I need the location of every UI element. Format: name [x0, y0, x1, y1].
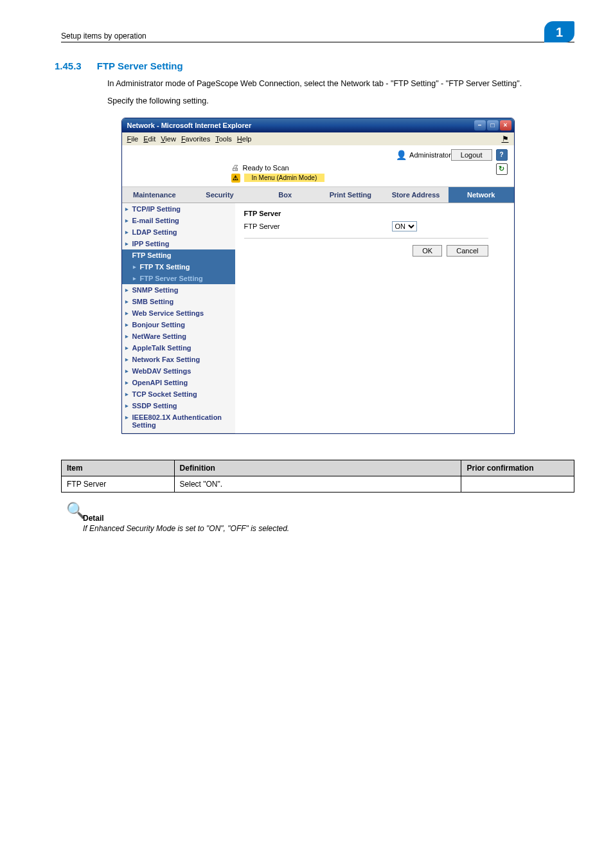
nav-ftp-server[interactable]: FTP Server Setting	[122, 273, 235, 284]
printer-icon: 🖨	[231, 163, 239, 172]
status-mode: In Menu (Admin Mode)	[244, 174, 325, 182]
breadcrumb: Setup items by operation	[61, 32, 147, 41]
maximize-button[interactable]: □	[487, 120, 499, 131]
nav-ftp-tx[interactable]: FTP TX Setting	[122, 261, 235, 273]
tab-maintenance[interactable]: Maintenance	[122, 187, 188, 203]
browser-window: Network - Microsoft Internet Explorer – …	[121, 118, 515, 434]
nav-ssdp[interactable]: SSDP Setting	[122, 400, 235, 411]
warning-icon: ⚠	[231, 174, 240, 183]
admin-icon: 👤	[396, 150, 407, 160]
section-title: FTP Server Setting	[97, 60, 183, 71]
status-ready: Ready to Scan	[243, 164, 289, 172]
cell-prior	[461, 476, 574, 492]
tab-security[interactable]: Security	[187, 187, 253, 203]
nav-netfax[interactable]: Network Fax Setting	[122, 354, 235, 365]
menu-tools[interactable]: Tools	[215, 135, 232, 143]
divider	[244, 238, 488, 239]
section-number: 1.45.3	[55, 60, 82, 71]
section-para-2: Specify the following setting.	[107, 95, 574, 107]
logout-button[interactable]: Logout	[451, 149, 492, 161]
menu-bar: File Edit View Favorites Tools Help ⚑	[122, 132, 514, 145]
table-row: FTP Server Select "ON".	[62, 476, 574, 492]
nav-netware[interactable]: NetWare Setting	[122, 330, 235, 342]
ie-flag-icon: ⚑	[502, 134, 509, 143]
close-button[interactable]: ×	[500, 120, 511, 131]
nav-ftp[interactable]: FTP Setting	[122, 249, 235, 261]
minimize-button[interactable]: –	[474, 120, 486, 131]
cell-item: FTP Server	[62, 476, 175, 492]
field-label-ftp-server: FTP Server	[244, 222, 392, 230]
ok-button[interactable]: OK	[413, 245, 442, 257]
nav-snmp[interactable]: SNMP Setting	[122, 284, 235, 296]
tab-store-address[interactable]: Store Address	[383, 187, 449, 203]
panel-title: FTP Server	[244, 210, 488, 217]
col-definition: Definition	[174, 460, 461, 476]
nav-openapi[interactable]: OpenAPI Setting	[122, 377, 235, 388]
definition-table: Item Definition Prior confirmation FTP S…	[61, 460, 574, 493]
main-panel: FTP Server FTP Server ON OK Cancel	[235, 203, 514, 433]
tab-box[interactable]: Box	[253, 187, 318, 203]
window-titlebar: Network - Microsoft Internet Explorer – …	[122, 118, 514, 132]
col-item: Item	[62, 460, 175, 476]
nav-appletalk[interactable]: AppleTalk Setting	[122, 342, 235, 354]
admin-label: Administrator	[409, 151, 451, 159]
nav-webservice[interactable]: Web Service Settings	[122, 307, 235, 319]
detail-heading: Detail	[83, 514, 574, 523]
cell-definition: Select "ON".	[174, 476, 461, 492]
refresh-icon[interactable]: ↻	[496, 163, 508, 175]
nav-tcpsocket[interactable]: TCP Socket Setting	[122, 388, 235, 400]
help-button[interactable]: ?	[496, 149, 508, 161]
nav-tcpip[interactable]: TCP/IP Setting	[122, 203, 235, 215]
window-title: Network - Microsoft Internet Explorer	[127, 122, 473, 129]
menu-help[interactable]: Help	[237, 135, 252, 143]
menu-favorites[interactable]: Favorites	[181, 135, 210, 143]
col-prior: Prior confirmation	[461, 460, 574, 476]
detail-body: If Enhanced Security Mode is set to "ON"…	[83, 524, 574, 533]
ftp-server-select[interactable]: ON	[392, 221, 417, 231]
menu-view[interactable]: View	[161, 135, 176, 143]
side-nav: TCP/IP Setting E-mail Setting LDAP Setti…	[122, 203, 235, 433]
nav-ieee[interactable]: IEEE802.1X Authentication Setting	[122, 411, 235, 433]
cancel-button[interactable]: Cancel	[447, 245, 488, 257]
tabs-row: Maintenance Security Box Print Setting S…	[122, 186, 514, 203]
tab-print-setting[interactable]: Print Setting	[318, 187, 384, 203]
section-para-1: In Administrator mode of PageScope Web C…	[107, 78, 574, 90]
nav-smb[interactable]: SMB Setting	[122, 296, 235, 307]
nav-email[interactable]: E-mail Setting	[122, 215, 235, 226]
nav-ldap[interactable]: LDAP Setting	[122, 226, 235, 238]
nav-webdav[interactable]: WebDAV Settings	[122, 365, 235, 377]
menu-edit[interactable]: Edit	[143, 135, 155, 143]
nav-ipp[interactable]: IPP Setting	[122, 238, 235, 249]
menu-file[interactable]: File	[127, 135, 139, 143]
chapter-badge: 1	[544, 21, 574, 42]
nav-bonjour[interactable]: Bonjour Setting	[122, 319, 235, 330]
tab-network[interactable]: Network	[449, 187, 514, 203]
